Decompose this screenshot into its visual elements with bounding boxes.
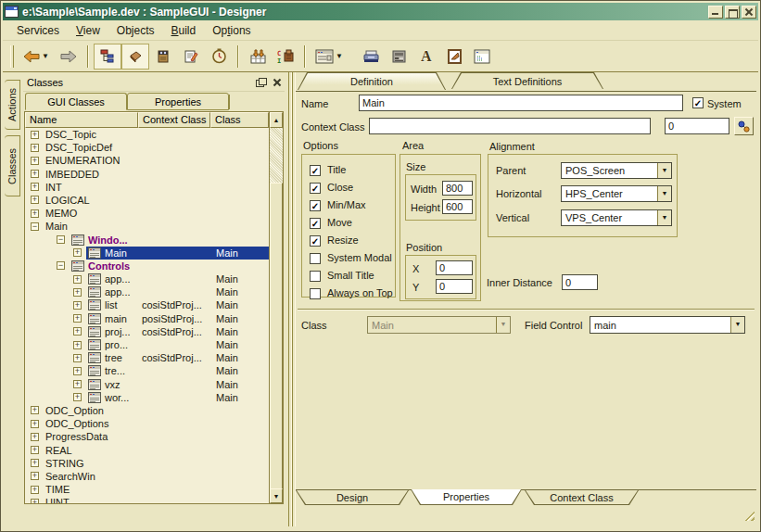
print-button[interactable]: [357, 44, 385, 70]
book-button[interactable]: [149, 44, 177, 70]
tree-row[interactable]: +STRING: [25, 457, 269, 470]
tree-row[interactable]: +ODC_Options: [25, 417, 269, 430]
scroll-down-icon[interactable]: ▼: [270, 488, 283, 503]
option-checkbox[interactable]: [310, 165, 321, 176]
expand-plus-icon[interactable]: +: [73, 301, 82, 310]
expand-plus-icon[interactable]: +: [31, 406, 39, 414]
column-header-class[interactable]: Class: [210, 112, 269, 128]
form-list-button[interactable]: [468, 44, 496, 70]
field-control-dropdown[interactable]: main▼: [590, 316, 745, 334]
tab-text-definitions[interactable]: Text Definitions: [451, 72, 603, 89]
context-class-link-button[interactable]: [734, 117, 754, 135]
compile-button[interactable]: CI: [272, 44, 299, 70]
close-panel-icon[interactable]: [271, 76, 285, 89]
expand-plus-icon[interactable]: +: [31, 144, 39, 152]
tree-row[interactable]: +LOGICAL: [25, 194, 269, 207]
tree-row[interactable]: +pro...Main: [25, 338, 269, 351]
eraser-button[interactable]: [121, 44, 149, 70]
option-checkbox[interactable]: [310, 183, 321, 194]
tree-row[interactable]: +ODC_Option: [25, 404, 269, 417]
width-input[interactable]: [442, 181, 473, 196]
toolbar-drag-handle[interactable]: [10, 45, 14, 68]
tree-row[interactable]: +vxzMain: [25, 378, 269, 391]
resize-grip[interactable]: [742, 509, 755, 521]
menu-view[interactable]: View: [68, 22, 108, 39]
float-panel-icon[interactable]: [254, 76, 268, 89]
forward-arrow-button[interactable]: [55, 44, 82, 70]
tree-row[interactable]: +listcosiStdProj...Main: [25, 298, 269, 311]
maximize-button[interactable]: [725, 6, 740, 19]
expand-plus-icon[interactable]: +: [31, 446, 39, 454]
tree-row[interactable]: +MainMain: [25, 247, 269, 260]
x-input[interactable]: [436, 260, 473, 275]
tree-row[interactable]: +proj...cosiStdProj...Main: [25, 325, 269, 338]
tree-row[interactable]: −Controls: [25, 260, 269, 272]
horizontal-dropdown[interactable]: HPS_Center▼: [561, 185, 672, 202]
option-checkbox[interactable]: [310, 218, 321, 229]
tree-row[interactable]: +app...Main: [25, 272, 269, 285]
expand-plus-icon[interactable]: +: [73, 314, 82, 323]
minimize-button[interactable]: [708, 6, 723, 19]
expand-plus-icon[interactable]: +: [31, 486, 39, 494]
expand-plus-icon[interactable]: +: [31, 170, 39, 178]
menu-objects[interactable]: Objects: [108, 22, 163, 39]
option-checkbox[interactable]: [310, 271, 321, 282]
tree-vertical-scrollbar[interactable]: ▲ ▼: [269, 112, 283, 503]
side-tab-actions[interactable]: Actions: [5, 80, 20, 130]
tree-row[interactable]: +ProgressData: [25, 430, 269, 443]
tree-row[interactable]: +DSC_TopicDef: [25, 141, 269, 154]
context-class-index-input[interactable]: [665, 118, 729, 134]
tree-row[interactable]: +ENUMERATION: [25, 154, 269, 167]
expand-plus-icon[interactable]: +: [73, 341, 82, 349]
expand-plus-icon[interactable]: +: [73, 354, 82, 362]
tree-row[interactable]: −Main: [25, 220, 269, 233]
scroll-thumb[interactable]: [270, 183, 283, 489]
tab-definition[interactable]: Definition: [298, 72, 446, 90]
tree-row[interactable]: +UINT: [25, 496, 269, 503]
height-input[interactable]: [442, 199, 473, 214]
tree-row[interactable]: +wor...Main: [25, 391, 269, 404]
tree-row[interactable]: −Windo...: [25, 234, 269, 247]
expand-plus-icon[interactable]: +: [73, 367, 82, 375]
system-checkbox[interactable]: [692, 97, 704, 108]
tab-context-class[interactable]: Context Class: [525, 490, 639, 505]
tab-properties[interactable]: Properties: [127, 93, 229, 110]
tree-row[interactable]: +REAL: [25, 444, 269, 457]
option-checkbox[interactable]: [310, 235, 321, 247]
expand-plus-icon[interactable]: +: [31, 196, 39, 204]
side-tab-classes[interactable]: Classes: [5, 135, 20, 196]
expand-plus-icon[interactable]: +: [73, 327, 82, 336]
clock-button[interactable]: [205, 44, 233, 70]
window-form-button[interactable]: ▼: [311, 44, 348, 70]
tab-properties-bottom[interactable]: Properties: [411, 489, 522, 505]
parent-dropdown[interactable]: POS_Screen▼: [561, 162, 672, 179]
expand-plus-icon[interactable]: +: [31, 459, 39, 467]
tree-row[interactable]: +tre...Main: [25, 364, 269, 377]
name-input[interactable]: [359, 95, 683, 111]
expand-plus-icon[interactable]: +: [31, 157, 39, 165]
expand-plus-icon[interactable]: +: [31, 131, 39, 139]
vertical-dropdown[interactable]: VPS_Center▼: [561, 209, 672, 226]
expand-plus-icon[interactable]: +: [31, 499, 39, 503]
context-class-input[interactable]: [369, 118, 651, 134]
tree-row[interactable]: +INT: [25, 181, 269, 194]
collapse-minus-icon[interactable]: −: [57, 261, 65, 270]
tree-row[interactable]: +SearchWin: [25, 470, 269, 483]
expand-plus-icon[interactable]: +: [31, 472, 39, 480]
menu-options[interactable]: Options: [204, 22, 259, 39]
expand-plus-icon[interactable]: +: [73, 275, 82, 284]
expand-plus-icon[interactable]: +: [31, 420, 39, 428]
tree-row[interactable]: +DSC_Topic: [25, 128, 269, 141]
expand-plus-icon[interactable]: +: [73, 288, 82, 297]
inner-distance-input[interactable]: [562, 274, 598, 290]
tree-row[interactable]: +MEMO: [25, 207, 269, 220]
option-checkbox[interactable]: [310, 288, 321, 299]
collapse-minus-icon[interactable]: −: [57, 235, 65, 244]
column-header-name[interactable]: Name: [25, 112, 138, 128]
tree-row[interactable]: +IMBEDDED: [25, 168, 269, 181]
expand-plus-icon[interactable]: +: [31, 183, 39, 191]
tab-design[interactable]: Design: [296, 490, 409, 505]
tree-row[interactable]: +TIME: [25, 483, 269, 496]
y-input[interactable]: [436, 279, 473, 294]
tree-row[interactable]: +app...Main: [25, 285, 269, 298]
